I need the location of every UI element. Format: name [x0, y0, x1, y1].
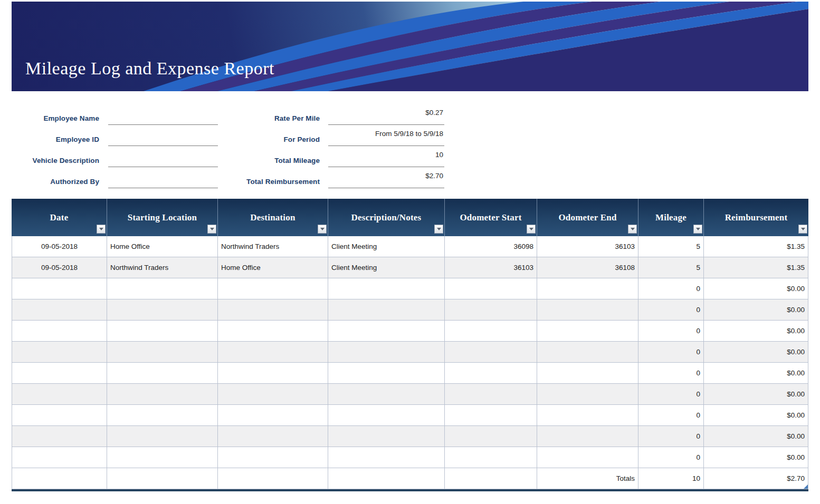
- cell-mileage[interactable]: 0: [638, 342, 704, 363]
- cell-odometer-start[interactable]: 36098: [445, 236, 537, 257]
- total-mileage-value[interactable]: 10: [328, 151, 443, 159]
- cell-description-notes[interactable]: [328, 278, 445, 299]
- cell-destination[interactable]: Home Office: [218, 257, 328, 278]
- cell-destination[interactable]: [218, 447, 328, 468]
- cell-destination[interactable]: [218, 468, 328, 489]
- cell-date[interactable]: 09-05-2018: [12, 257, 107, 278]
- cell-odometer-end[interactable]: [537, 363, 638, 384]
- cell-date[interactable]: 09-05-2018: [12, 236, 107, 257]
- cell-mileage[interactable]: 0: [638, 299, 704, 321]
- cell-date[interactable]: [12, 468, 107, 489]
- cell-reimbursement[interactable]: $0.00: [704, 278, 808, 299]
- cell-reimbursement[interactable]: $0.00: [704, 299, 808, 321]
- rate-per-mile-value[interactable]: $0.27: [328, 109, 443, 117]
- cell-odometer-end[interactable]: [537, 426, 638, 447]
- cell-destination[interactable]: [218, 321, 328, 342]
- cell-date[interactable]: [12, 342, 107, 363]
- filter-button-mileage[interactable]: [693, 225, 702, 234]
- cell-reimbursement[interactable]: $1.35: [704, 257, 808, 278]
- filter-button-description-notes[interactable]: [434, 225, 443, 234]
- cell-starting-location[interactable]: [107, 299, 218, 321]
- authorized-by-field[interactable]: [108, 188, 218, 188]
- cell-starting-location[interactable]: [107, 278, 218, 299]
- cell-description-notes[interactable]: [328, 426, 445, 447]
- cell-odometer-end[interactable]: [537, 299, 638, 321]
- cell-starting-location[interactable]: [107, 426, 218, 447]
- cell-description-notes[interactable]: [328, 384, 445, 405]
- cell-odometer-start[interactable]: 36103: [445, 257, 537, 278]
- cell-mileage[interactable]: 0: [638, 321, 704, 342]
- cell-description-notes[interactable]: [328, 299, 445, 321]
- cell-odometer-end[interactable]: [537, 321, 638, 342]
- cell-starting-location[interactable]: [107, 363, 218, 384]
- filter-button-destination[interactable]: [318, 225, 327, 234]
- cell-odometer-start[interactable]: [445, 278, 537, 299]
- cell-odometer-start[interactable]: [445, 384, 537, 405]
- cell-mileage[interactable]: 0: [638, 426, 704, 447]
- cell-odometer-start[interactable]: [445, 299, 537, 321]
- cell-description-notes[interactable]: [328, 342, 445, 363]
- cell-starting-location[interactable]: [107, 447, 218, 468]
- cell-odometer-end[interactable]: 36108: [537, 257, 638, 278]
- cell-description-notes[interactable]: [328, 363, 445, 384]
- cell-reimbursement[interactable]: $0.00: [704, 426, 808, 447]
- table-resize-handle[interactable]: [804, 484, 808, 489]
- cell-odometer-end[interactable]: [537, 278, 638, 299]
- cell-destination[interactable]: [218, 426, 328, 447]
- cell-date[interactable]: [12, 426, 107, 447]
- cell-destination[interactable]: [218, 299, 328, 321]
- cell-description-notes[interactable]: [328, 468, 445, 489]
- cell-reimbursement[interactable]: $0.00: [704, 447, 808, 468]
- cell-odometer-end[interactable]: 36103: [537, 236, 638, 257]
- cell-odometer-end[interactable]: Totals: [537, 468, 638, 489]
- cell-destination[interactable]: Northwind Traders: [218, 236, 328, 257]
- cell-destination[interactable]: [218, 363, 328, 384]
- cell-description-notes[interactable]: [328, 321, 445, 342]
- cell-date[interactable]: [12, 278, 107, 299]
- cell-mileage[interactable]: 5: [638, 257, 704, 278]
- cell-starting-location[interactable]: [107, 468, 218, 489]
- cell-description-notes[interactable]: [328, 447, 445, 468]
- cell-mileage[interactable]: 10: [638, 468, 704, 489]
- cell-date[interactable]: [12, 299, 107, 321]
- cell-description-notes[interactable]: [328, 405, 445, 426]
- cell-destination[interactable]: [218, 405, 328, 426]
- cell-odometer-end[interactable]: [537, 405, 638, 426]
- cell-description-notes[interactable]: Client Meeting: [328, 257, 445, 278]
- cell-mileage[interactable]: 0: [638, 278, 704, 299]
- cell-starting-location[interactable]: [107, 384, 218, 405]
- cell-starting-location[interactable]: Home Office: [107, 236, 218, 257]
- cell-mileage[interactable]: 0: [638, 405, 704, 426]
- cell-odometer-end[interactable]: [537, 384, 638, 405]
- cell-reimbursement[interactable]: $0.00: [704, 405, 808, 426]
- cell-destination[interactable]: [218, 342, 328, 363]
- cell-date[interactable]: [12, 321, 107, 342]
- cell-reimbursement[interactable]: $0.00: [704, 321, 808, 342]
- total-reimbursement-field[interactable]: [328, 188, 444, 188]
- cell-description-notes[interactable]: Client Meeting: [328, 236, 445, 257]
- filter-button-starting-location[interactable]: [207, 225, 216, 234]
- cell-destination[interactable]: [218, 278, 328, 299]
- filter-button-reimbursement[interactable]: [798, 225, 807, 234]
- cell-starting-location[interactable]: [107, 342, 218, 363]
- cell-reimbursement[interactable]: $2.70: [704, 468, 808, 489]
- filter-button-odometer-end[interactable]: [628, 225, 637, 234]
- cell-reimbursement[interactable]: $0.00: [704, 384, 808, 405]
- cell-mileage[interactable]: 5: [638, 236, 704, 257]
- cell-odometer-end[interactable]: [537, 342, 638, 363]
- cell-reimbursement[interactable]: $0.00: [704, 363, 808, 384]
- cell-date[interactable]: [12, 405, 107, 426]
- cell-reimbursement[interactable]: $0.00: [704, 342, 808, 363]
- cell-starting-location[interactable]: [107, 405, 218, 426]
- filter-button-odometer-start[interactable]: [527, 225, 536, 234]
- cell-odometer-start[interactable]: [445, 468, 537, 489]
- cell-starting-location[interactable]: [107, 321, 218, 342]
- cell-destination[interactable]: [218, 384, 328, 405]
- for-period-value[interactable]: From 5/9/18 to 5/9/18: [328, 130, 443, 138]
- cell-odometer-end[interactable]: [537, 447, 638, 468]
- cell-mileage[interactable]: 0: [638, 363, 704, 384]
- cell-odometer-start[interactable]: [445, 342, 537, 363]
- cell-date[interactable]: [12, 363, 107, 384]
- filter-button-date[interactable]: [97, 225, 106, 234]
- cell-odometer-start[interactable]: [445, 405, 537, 426]
